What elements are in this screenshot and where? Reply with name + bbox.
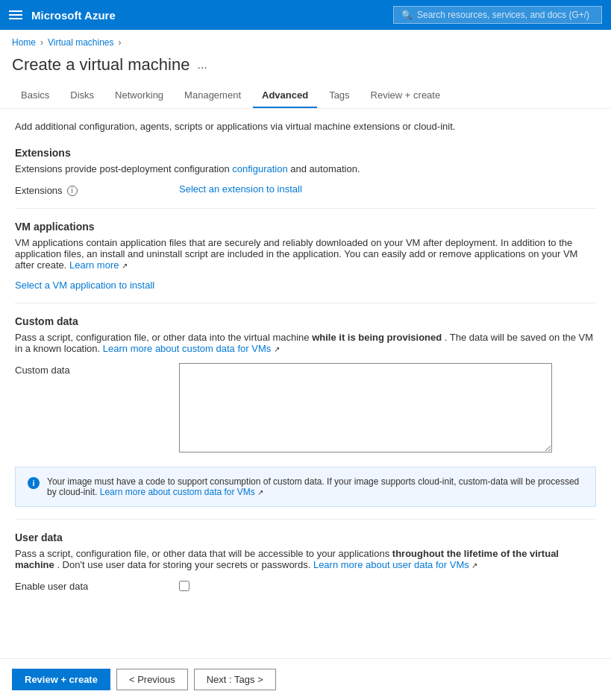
extensions-value: Select an extension to install [179,183,596,195]
tab-tags[interactable]: Tags [320,83,358,108]
page-header: Create a virtual machine ... [0,52,611,83]
tab-management[interactable]: Management [175,83,250,108]
select-vm-application-link[interactable]: Select a VM application to install [15,280,154,291]
vm-applications-section: VM applications VM applications contain … [15,221,596,291]
enable-user-data-value [179,579,596,593]
search-input[interactable] [417,10,594,20]
user-data-title: User data [15,532,596,543]
extensions-config-link[interactable]: configuration [232,163,287,174]
info-box-icon: i [28,477,40,489]
tab-advanced[interactable]: Advanced [253,83,317,108]
custom-data-learn-more-link[interactable]: Learn more about custom data for VMs [103,343,271,354]
breadcrumb-sep-1: › [40,37,43,48]
extensions-row: Extensions i Select an extension to inst… [15,183,596,196]
breadcrumb: Home › Virtual machines › [0,30,611,52]
custom-data-row: Custom data [15,363,596,455]
main-content: Add additional configuration, agents, sc… [0,109,611,646]
divider-1 [15,208,596,209]
page-title: Create a virtual machine [12,55,189,75]
user-data-desc-part2: . Don't use user data for storing your s… [57,559,313,570]
external-link-icon-3: ↗ [257,488,263,496]
user-data-section: User data Pass a script, configuration f… [15,532,596,593]
user-data-desc-part1: Pass a script, configuration file, or ot… [15,548,392,559]
external-link-icon-4: ↗ [471,561,477,570]
custom-data-title: Custom data [15,315,596,327]
extensions-description: Extensions provide post-deployment confi… [15,163,596,174]
custom-data-desc-bold: while it is being provisioned [312,332,442,343]
custom-data-value [179,363,596,455]
custom-data-section: Custom data Pass a script, configuration… [15,315,596,455]
external-link-icon-1: ↗ [122,262,128,270]
breadcrumb-virtual-machines[interactable]: Virtual machines [48,37,114,48]
vm-applications-title: VM applications [15,221,596,233]
info-box-text: Your image must have a code to support c… [47,476,583,497]
tab-basics[interactable]: Basics [12,83,58,108]
divider-3 [15,519,596,520]
hamburger-menu-button[interactable] [9,10,22,19]
vm-applications-row: Select a VM application to install [15,280,596,291]
tab-disks[interactable]: Disks [61,83,103,108]
select-extension-link[interactable]: Select an extension to install [179,183,302,195]
custom-data-desc-part1: Pass a script, configuration file, or ot… [15,332,312,343]
custom-data-label: Custom data [15,363,179,376]
tab-review-create[interactable]: Review + create [362,83,450,108]
more-options-button[interactable]: ... [197,58,207,72]
vm-applications-description: VM applications contain application file… [15,237,596,271]
user-data-description: Pass a script, configuration file, or ot… [15,548,596,570]
enable-user-data-checkbox[interactable] [179,581,189,591]
app-title: Microsoft Azure [31,9,116,22]
divider-2 [15,303,596,303]
top-navigation: Microsoft Azure 🔍 [0,0,611,30]
custom-data-info-box: i Your image must have a code to support… [15,467,596,507]
user-data-learn-more-link[interactable]: Learn more about user data for VMs [313,559,469,570]
tab-bar: Basics Disks Networking Management Advan… [0,83,611,109]
custom-data-textarea[interactable] [179,363,552,453]
tab-networking[interactable]: Networking [106,83,172,108]
extensions-info-icon[interactable]: i [67,186,78,196]
enable-user-data-label: Enable user data [15,579,179,592]
extensions-title: Extensions [15,147,596,159]
breadcrumb-sep-2: › [119,37,122,48]
custom-data-description: Pass a script, configuration file, or ot… [15,332,596,354]
external-link-icon-2: ↗ [274,345,280,353]
info-box-learn-more-link[interactable]: Learn more about custom data for VMs [100,487,255,497]
enable-user-data-row: Enable user data [15,579,596,593]
extensions-label: Extensions i [15,183,179,196]
search-icon: 🔍 [401,10,413,20]
vm-applications-learn-more-link[interactable]: Learn more [69,259,119,271]
extensions-section: Extensions Extensions provide post-deplo… [15,147,596,196]
search-bar[interactable]: 🔍 [393,6,602,24]
page-description: Add additional configuration, agents, sc… [15,121,596,132]
breadcrumb-home[interactable]: Home [12,37,36,48]
